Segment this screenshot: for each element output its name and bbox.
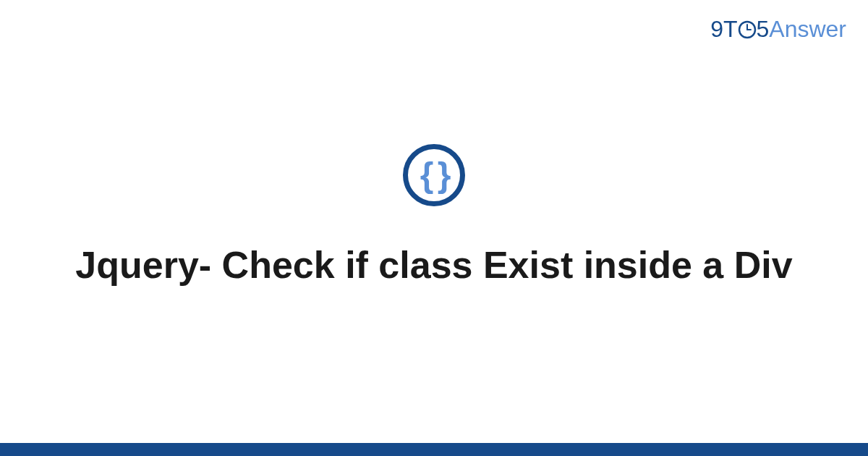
main-content: { } Jquery- Check if class Exist inside … xyxy=(0,0,868,456)
footer-bar xyxy=(0,443,868,456)
page-title: Jquery- Check if class Exist inside a Di… xyxy=(75,241,792,290)
braces-icon: { } xyxy=(420,158,448,193)
category-icon-circle: { } xyxy=(403,144,465,206)
